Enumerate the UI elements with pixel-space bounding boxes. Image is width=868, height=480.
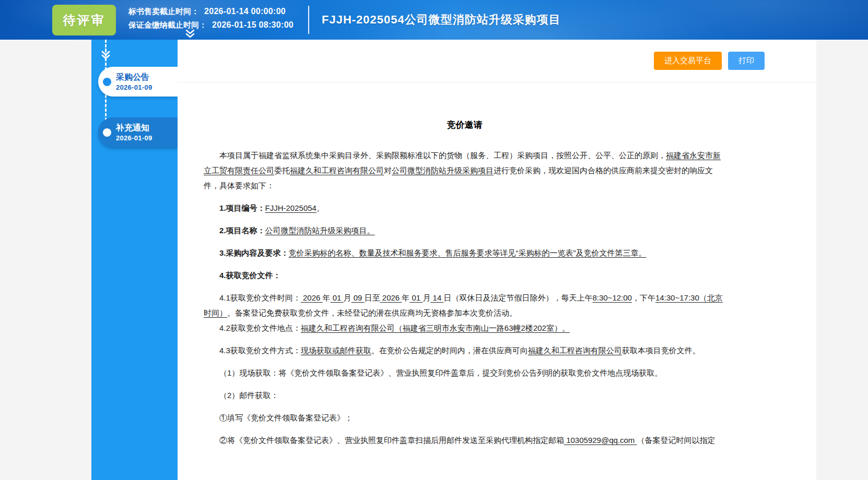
doc-text-run: 4.3获取竞价文件方式： [219,346,301,355]
doc-paragraph: 4.获取竞价文件： [204,268,725,283]
doc-text-run: 获取本项目竞价文件。 [622,346,700,355]
doc-paragraph: 1.项目编号：FJJH-2025054。 [204,200,725,215]
doc-text-run: 01 [409,293,423,302]
doc-text-run: 现场获取或邮件获取 [301,346,371,355]
doc-text-run: ②将《竞价文件领取备案登记表》、营业执照复印件盖章扫描后用邮件发送至采购代理机构… [219,436,564,445]
deadline-row: 标书售卖截止时间：2026-01-14 00:00:00 [128,7,294,20]
timeline-dot-icon [103,78,111,86]
doc-text-run: 4.2获取竞价文件地点： [219,323,301,332]
doc-text-run: 2026 [380,293,402,302]
doc-text-run: 10305929@qq.com [564,436,637,445]
doc-paragraph: 3.采购内容及要求：竞价采购标的名称、数量及技术和服务要求、售后服务要求等详见“… [204,245,725,260]
doc-text-run: 日（双休日及法定节假日除外），每天上午 [443,293,592,302]
deadline-value: 2026-01-14 00:00:00 [204,7,286,16]
doc-text-run: 。备案登记免费获取竞价文件，未经登记的潜在供应商均无资格参加本次竞价活动。 [227,308,517,317]
doc-text-run: （2）邮件获取： [219,391,278,400]
doc-text-run: ①填写《竞价文件领取备案登记表》； [219,413,353,422]
header-divider [308,6,309,34]
timeline-item-label: 补充通知 [116,122,178,134]
top-header-bar: 待评审 标书售卖截止时间：2026-01-14 00:00:00保证金缴纳截止时… [0,0,868,40]
document-body: 本项目属于福建省监狱系统集中采购目录外、采购限额标准以下的货物（服务、工程）采购… [204,148,725,448]
deadline-value: 2026-01-15 08:30:00 [212,20,294,30]
doc-text-run: 4.获取竞价文件： [219,271,281,280]
doc-text-run: 。在竞价公告规定的时间内，潜在供应商可向 [371,346,528,355]
double-chevron-down-icon[interactable] [184,30,196,38]
doc-text-run: 14 [430,293,443,302]
deadline-list: 标书售卖截止时间：2026-01-14 00:00:00保证金缴纳截止时间：20… [128,7,294,34]
doc-paragraph: （1）现场获取：将《竞价文件领取备案登记表》、营业执照复印件盖章后，提交到竞价公… [204,365,725,380]
doc-text-run: 对 [384,166,392,175]
doc-paragraph: 4.3获取竞价文件方式：现场获取或邮件获取。在竞价公告规定的时间内，潜在供应商可… [204,343,725,358]
doc-text-run: 日至 [365,293,380,302]
doc-paragraph: ②将《竞价文件领取备案登记表》、营业执照复印件盖章扫描后用邮件发送至采购代理机构… [204,433,725,448]
doc-text-run: （1）现场获取：将《竞价文件领取备案登记表》、营业执照复印件盖章后，提交到竞价公… [219,368,662,377]
doc-text-run: 14:30~17:30 [655,293,699,302]
sidebar-timeline-item[interactable]: 采购公告2026-01-09 [98,67,178,97]
content-panel: 进入交易平台 打印 竞价邀请 本项目属于福建省监狱系统集中采购目录外、采购限额标… [178,40,816,480]
doc-text-run: 委托 [274,166,290,175]
doc-paragraph: 4.1获取竞价文件时间： 2026 年 01 月 09 日至 2026 年 01… [204,290,725,320]
sidebar-timeline-item[interactable]: 补充通知2026-01-09 [98,117,178,147]
deadline-label: 保证金缴纳截止时间： [128,20,207,30]
timeline-item-date: 2026-01-09 [116,134,178,142]
doc-paragraph: 4.2获取竞价文件地点：福建久和工程咨询有限公司（福建省三明市永安市南山一路63… [204,320,725,335]
doc-text-run: 8:30~12:00 [592,293,632,302]
status-badge: 待评审 [52,5,116,35]
doc-text-run: 公司微型消防站升级采购项目。 [265,226,375,235]
doc-text-run: 福建久和工程咨询有限公司 [528,346,622,355]
timeline-item-date: 2026-01-09 [116,83,178,92]
doc-text-run: 竞价采购标的名称、数量及技术和服务要求、售后服务要求等详见“采购标的一览表”及竞… [289,248,647,257]
announcement-document: 竞价邀请 本项目属于福建省监狱系统集中采购目录外、采购限额标准以下的货物（服务、… [178,82,816,476]
doc-paragraph: 2.项目名称：公司微型消防站升级采购项目。 [204,223,725,238]
enter-trading-platform-button[interactable]: 进入交易平台 [654,52,722,70]
doc-text-run: FJJH-2025054 [265,203,316,212]
toolbar: 进入交易平台 打印 [178,40,816,82]
print-button[interactable]: 打印 [728,52,765,70]
page-title: FJJH-2025054公司微型消防站升级采购项目 [322,0,561,40]
doc-paragraph: （2）邮件获取： [204,388,725,403]
doc-text-run: 本项目属于福建省监狱系统集中采购目录外、采购限额标准以下的货物（服务、工程）采购… [219,151,666,160]
doc-text-run: 。 [316,203,324,212]
doc-text-run: 3.采购内容及要求： [219,248,289,257]
page: 待评审 标书售卖截止时间：2026-01-14 00:00:00保证金缴纳截止时… [0,0,868,480]
doc-text-run: ，下午 [632,293,655,302]
doc-text-run: 年 [323,293,331,302]
doc-text-run: 4.1获取竞价文件时间： [219,293,301,302]
timeline-arrow-down-icon [101,49,110,60]
doc-text-run: 年 [402,293,409,302]
doc-text-run: 月 [423,293,430,302]
doc-text-run: 福建久和工程咨询有限公司（福建省三明市永安市南山一路63幢2楼202室）。 [301,323,570,332]
doc-text-run: 1.项目编号： [219,203,265,212]
deadline-row: 保证金缴纳截止时间：2026-01-15 08:30:00 [128,20,294,34]
timeline-dot-icon [103,128,111,137]
sidebar: 采购公告2026-01-09补充通知2026-01-09 [91,40,178,480]
deadline-label: 标书售卖截止时间： [128,7,199,17]
doc-paragraph: ①填写《竞价文件领取备案登记表》； [204,410,725,425]
doc-text-run: 月 [344,293,351,302]
doc-paragraph: 本项目属于福建省监狱系统集中采购目录外、采购限额标准以下的货物（服务、工程）采购… [204,148,725,193]
doc-text-run: 2026 [301,293,323,302]
doc-text-run: 09 [351,293,365,302]
doc-text-run: 01 [331,293,344,302]
doc-text-run: 公司微型消防站升级采购项目 [392,166,494,175]
timeline-item-label: 采购公告 [116,71,178,83]
document-title: 竞价邀请 [204,119,725,131]
doc-text-run: （备案登记时间以指定 [637,436,715,445]
doc-text-run: 福建久和工程咨询有限公司 [290,166,384,175]
doc-text-run: 2.项目名称： [219,226,265,235]
